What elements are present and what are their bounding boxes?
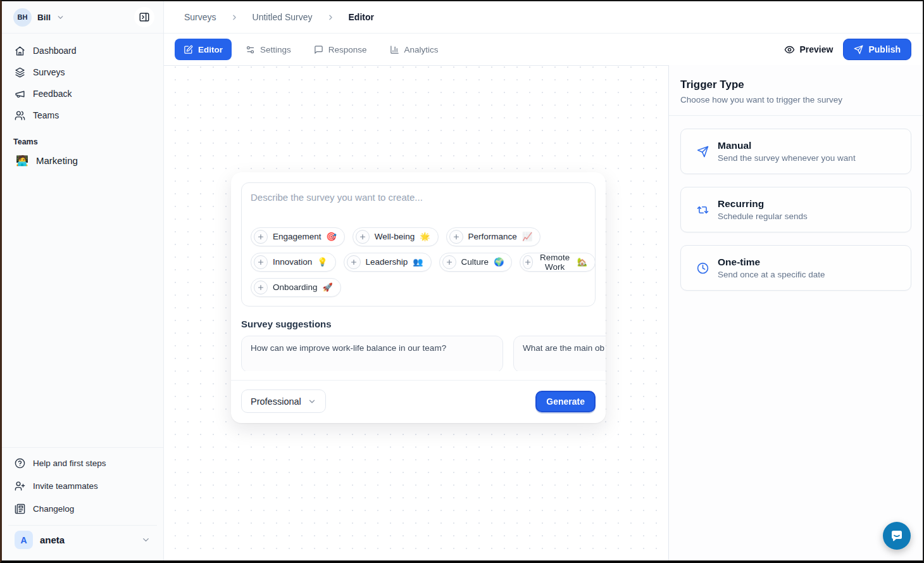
clock-icon [697,262,709,274]
newspaper-icon [15,503,25,514]
trigger-option-text: One-time Send once at a specific date [718,256,825,279]
message-icon [314,45,323,54]
team-label: Marketing [36,155,78,166]
chip-row: Innovation 💡 Leadership 👥 [251,253,586,272]
sidebar-item-teams[interactable]: Teams [8,106,157,125]
option-description: Schedule regular sends [718,212,808,221]
sidebar-item-surveys[interactable]: Surveys [8,63,157,82]
chevron-down-icon [308,397,316,406]
sidebar-item-invite[interactable]: Invite teammates [8,476,157,496]
house-emoji-icon: 🏡 [577,257,587,267]
trigger-option-one-time[interactable]: One-time Send once at a specific date [680,245,911,291]
user-name: aneta [40,535,65,545]
tab-settings[interactable]: Settings [237,39,300,60]
chat-launcher-button[interactable] [883,522,911,550]
chip-remote-work[interactable]: Remote Work 🏡 [520,253,596,272]
panel-subtitle: Choose how you want to trigger the surve… [680,95,911,104]
chip-culture[interactable]: Culture 🌍 [439,253,513,272]
tone-value: Professional [251,396,301,407]
publish-button[interactable]: Publish [843,39,911,60]
sidebar-item-help[interactable]: Help and first steps [8,453,157,473]
tab-response[interactable]: Response [305,39,376,60]
suggestion-card[interactable]: How can we improve work-life balance in … [241,336,503,371]
trigger-option-manual[interactable]: Manual Send the survey whenever you want [680,129,911,174]
chip-innovation[interactable]: Innovation 💡 [251,253,336,272]
trigger-options: Manual Send the survey whenever you want… [669,116,923,303]
busts-emoji-icon: 👥 [413,257,423,267]
main-area: Surveys Untitled Survey Editor Editor [164,1,923,560]
breadcrumb: Surveys Untitled Survey Editor [164,1,923,34]
breadcrumb-surveys[interactable]: Surveys [184,12,216,22]
sidebar-footer-nav: Help and first steps Invite teammates Ch… [2,447,163,521]
chevron-down-icon [141,535,151,545]
sidebar-item-label: Help and first steps [33,459,106,468]
user-avatar: A [15,531,33,549]
sidebar-item-dashboard[interactable]: Dashboard [8,41,157,60]
suggestions-title: Survey suggestions [241,319,596,329]
chevron-right-icon [230,13,239,22]
plus-icon [442,255,456,269]
toolbar-actions: Preview Publish [784,39,912,60]
repeat-icon [697,204,709,216]
tab-analytics[interactable]: Analytics [381,39,447,60]
sidebar-item-label: Feedback [33,89,72,99]
generate-button[interactable]: Generate [535,391,596,412]
globe-emoji-icon: 🌍 [494,257,504,267]
publish-label: Publish [868,44,901,54]
preview-button[interactable]: Preview [784,44,833,55]
chip-well-being[interactable]: Well-being 🌟 [353,227,439,246]
settings-icon [246,45,255,54]
trigger-option-recurring[interactable]: Recurring Schedule regular sends [680,187,911,232]
chip-engagement[interactable]: Engagement 🎯 [251,227,345,246]
home-icon [15,46,25,56]
trigger-option-text: Recurring Schedule regular sends [718,198,808,221]
survey-generator-card: Describe the survey you want to create..… [231,172,606,423]
breadcrumb-untitled-survey[interactable]: Untitled Survey [253,12,313,22]
tab-editor[interactable]: Editor [175,39,232,60]
plus-icon [254,281,268,294]
sidebar: BH Bill Dashboard [2,1,164,560]
app-window: BH Bill Dashboard [0,0,924,563]
sidebar-nav: Dashboard Surveys Feedback Teams [2,34,163,127]
chart-up-emoji-icon: 📈 [522,232,532,241]
chat-bubble-icon [889,528,904,543]
tab-label: Editor [198,45,223,54]
plus-icon [449,230,463,244]
chip-performance[interactable]: Performance 📈 [446,227,541,246]
option-title: Recurring [718,198,808,210]
sidebar-collapse-button[interactable] [134,7,154,27]
plus-icon [254,255,268,269]
sidebar-item-label: Surveys [33,67,65,77]
teams-section-header: Teams [2,127,163,150]
layers-icon [15,67,25,78]
panel-title: Trigger Type [680,79,911,91]
sidebar-item-label: Teams [33,110,59,120]
sidebar-item-feedback[interactable]: Feedback [8,84,157,103]
edit-icon [184,45,193,54]
sidebar-item-label: Dashboard [33,46,77,56]
workspace-name: Bill [37,13,51,22]
glowing-star-emoji-icon: 🌟 [420,232,430,241]
survey-prompt-input[interactable]: Describe the survey you want to create..… [241,182,596,307]
workspace-switcher[interactable]: BH Bill [13,8,65,27]
send-icon [697,146,709,158]
plus-icon [347,255,361,269]
option-description: Send the survey whenever you want [718,153,856,163]
trigger-type-panel: Trigger Type Choose how you want to trig… [668,65,923,560]
chart-column-icon [390,45,399,54]
chip-leadership[interactable]: Leadership 👥 [344,253,432,272]
suggestion-card[interactable]: What are the main ob [513,336,606,371]
divider [231,380,606,381]
topic-chips: Engagement 🎯 Well-being 🌟 [251,227,586,297]
user-menu[interactable]: A aneta [8,525,157,554]
tone-select[interactable]: Professional [241,389,326,413]
suggestions-row: How can we improve work-life balance in … [241,336,606,371]
chip-onboarding[interactable]: Onboarding 🚀 [251,278,341,297]
chip-row: Engagement 🎯 Well-being 🌟 [251,227,586,246]
workspace-avatar: BH [13,8,32,27]
tab-label: Settings [260,45,291,54]
sidebar-team-marketing[interactable]: 🧑‍💻 Marketing [8,150,157,170]
sidebar-spacer [2,170,163,447]
sidebar-item-changelog[interactable]: Changelog [8,498,157,519]
editor-canvas[interactable]: Describe the survey you want to create..… [164,65,668,560]
